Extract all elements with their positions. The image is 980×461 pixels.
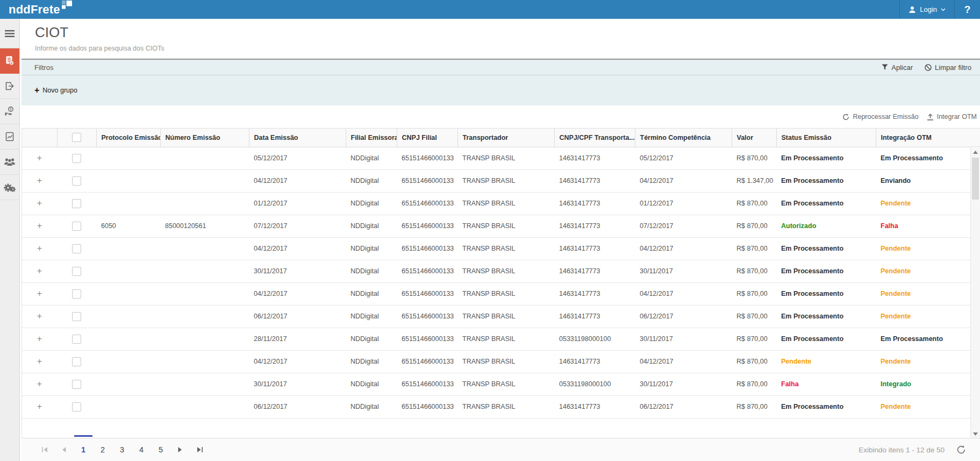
row-checkbox[interactable] <box>72 380 81 389</box>
sidebar-item-settings[interactable] <box>0 175 19 200</box>
cell-termino: 04/12/2017 <box>635 169 732 192</box>
cell-protocolo <box>96 328 160 350</box>
page-button[interactable]: 5 <box>151 438 170 461</box>
cell-otm: Pendente <box>876 350 970 373</box>
column-header[interactable]: CNPJ/CPF Transporta... <box>554 129 635 147</box>
column-header[interactable]: Data Emissão <box>249 129 346 147</box>
column-header[interactable]: Término Competência <box>635 129 732 147</box>
page-button[interactable]: 1 <box>74 438 93 461</box>
table-row: +06/12/2017NDDigital65151466000133TRANSP… <box>22 395 970 418</box>
row-expand-button[interactable]: + <box>37 334 42 344</box>
column-header[interactable]: CNPJ Filial <box>397 129 457 147</box>
cell-otm: Em Processamento <box>876 147 970 169</box>
cell-numero <box>160 260 249 282</box>
sidebar-item-users[interactable] <box>0 150 19 175</box>
cell-valor: R$ 870,00 <box>732 237 776 260</box>
help-button[interactable]: ? <box>955 0 980 19</box>
cell-cnpj_cpf: 14631417773 <box>554 192 635 215</box>
cell-transportador: TRANSP BRASIL <box>457 237 554 260</box>
cell-expand: + <box>22 350 57 373</box>
row-checkbox[interactable] <box>72 199 81 208</box>
scroll-down-arrow-icon[interactable] <box>971 429 980 438</box>
scrollbar-thumb[interactable] <box>972 158 979 200</box>
select-all-checkbox[interactable] <box>72 133 81 142</box>
refresh-grid-button[interactable] <box>956 445 966 455</box>
integrate-otm-button[interactable]: Integrar OTM <box>927 113 977 120</box>
column-header[interactable]: Valor <box>732 129 776 147</box>
last-page-button[interactable] <box>190 438 209 461</box>
funnel-icon <box>882 64 888 70</box>
cell-checkbox <box>57 328 96 350</box>
row-checkbox[interactable] <box>72 289 81 299</box>
vertical-scrollbar[interactable] <box>970 147 980 438</box>
row-checkbox[interactable] <box>72 267 81 276</box>
sidebar-item-report[interactable] <box>0 124 19 150</box>
sidebar-item-export[interactable] <box>0 74 19 99</box>
table-row: +05/12/2017NDDigital65151466000133TRANSP… <box>22 147 970 169</box>
cell-otm: Pendente <box>876 305 970 328</box>
cell-filial: NDDigital <box>346 192 397 215</box>
reprocess-emission-button[interactable]: Reprocessar Emissão <box>842 113 918 120</box>
cell-transportador: TRANSP BRASIL <box>457 328 554 350</box>
sidebar-menu-toggle[interactable] <box>0 19 19 48</box>
row-expand-button[interactable]: + <box>37 357 42 366</box>
chevron-down-icon <box>941 8 946 11</box>
sidebar-item-ciot[interactable] <box>0 48 19 74</box>
plus-icon: + <box>34 86 39 95</box>
clear-filter-button[interactable]: Limpar filtro <box>925 63 971 72</box>
payment-icon: $ <box>4 106 15 117</box>
row-expand-button[interactable]: + <box>37 221 42 231</box>
row-checkbox[interactable] <box>72 357 81 366</box>
first-page-button[interactable] <box>35 438 54 461</box>
sidebar-item-payment[interactable]: $ <box>0 99 19 124</box>
row-checkbox[interactable] <box>72 335 81 344</box>
table-row: +28/11/2017NDDigital65151466000133TRANSP… <box>22 328 970 350</box>
row-expand-button[interactable]: + <box>37 289 42 299</box>
table-row: +30/11/2017NDDigital65151466000133TRANSP… <box>22 373 970 395</box>
row-expand-button[interactable]: + <box>37 402 42 412</box>
page-button[interactable]: 3 <box>112 438 132 461</box>
scroll-up-arrow-icon[interactable] <box>971 147 980 157</box>
cell-cnpj_filial: 65151466000133 <box>397 305 457 328</box>
cell-status: Em Processamento <box>776 237 876 260</box>
page-button[interactable]: 2 <box>93 438 112 461</box>
cell-valor: R$ 870,00 <box>732 147 776 169</box>
filter-header: Filtros Aplicar Limpar filtro <box>22 60 980 75</box>
users-icon <box>4 157 16 167</box>
row-expand-button[interactable]: + <box>37 176 42 186</box>
row-expand-button[interactable]: + <box>37 244 42 253</box>
new-group-button[interactable]: + Novo grupo <box>34 86 77 95</box>
row-expand-button[interactable]: + <box>37 266 42 276</box>
cell-otm: Falha <box>876 215 970 237</box>
column-header[interactable]: Protocolo Emissão <box>96 129 160 147</box>
column-header[interactable]: Transportador <box>457 129 554 147</box>
row-checkbox[interactable] <box>72 176 81 186</box>
cell-data_emissao: 04/12/2017 <box>249 237 346 260</box>
cell-filial: NDDigital <box>346 373 397 395</box>
row-checkbox[interactable] <box>72 312 81 321</box>
row-checkbox[interactable] <box>72 154 81 163</box>
column-header[interactable]: Filial Emissora <box>346 129 397 147</box>
row-expand-button[interactable]: + <box>37 198 42 208</box>
next-page-button[interactable] <box>170 438 190 461</box>
cell-filial: NDDigital <box>346 147 397 169</box>
column-header[interactable]: Status Emissão <box>776 129 876 147</box>
login-button[interactable]: Login <box>900 0 954 19</box>
cell-filial: NDDigital <box>346 328 397 350</box>
row-checkbox[interactable] <box>72 244 81 253</box>
cell-filial: NDDigital <box>346 282 397 305</box>
row-checkbox[interactable] <box>72 402 81 412</box>
new-group-label: Novo grupo <box>42 87 77 94</box>
cell-transportador: TRANSP BRASIL <box>457 192 554 215</box>
filter-actions: Aplicar Limpar filtro <box>882 63 971 72</box>
page-button[interactable]: 4 <box>132 438 151 461</box>
row-checkbox[interactable] <box>72 222 81 231</box>
row-expand-button[interactable]: + <box>37 153 42 163</box>
row-expand-button[interactable]: + <box>37 311 42 321</box>
row-expand-button[interactable]: + <box>37 379 42 389</box>
column-header[interactable]: Integração OTM <box>876 129 970 147</box>
apply-filter-button[interactable]: Aplicar <box>882 63 913 72</box>
cell-numero <box>160 147 249 169</box>
previous-page-button[interactable] <box>54 438 74 461</box>
column-header[interactable]: Número Emissão <box>160 129 249 147</box>
